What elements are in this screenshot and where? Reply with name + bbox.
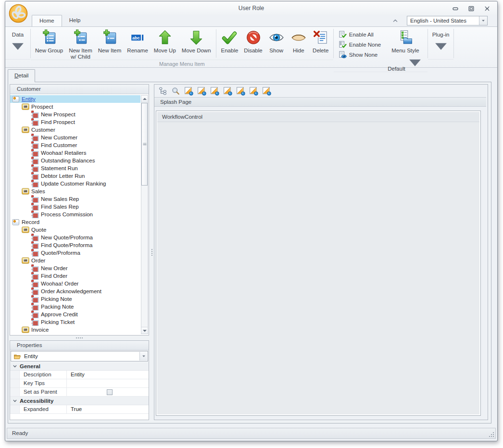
new-group-button[interactable]: New Group <box>32 28 66 60</box>
move-up-button[interactable]: Move Up <box>151 28 179 60</box>
tree-item[interactable]: Process Commission <box>10 211 140 218</box>
tree-item[interactable]: Customer <box>10 126 140 134</box>
tree-item[interactable]: Approve Credit <box>10 311 140 318</box>
tree-item[interactable]: Find Prospect <box>10 118 140 126</box>
tree-item[interactable]: New Order <box>10 264 140 272</box>
tree-item[interactable]: Outstanding Balances <box>10 157 140 164</box>
selector-dropdown-button[interactable] <box>139 352 147 361</box>
language-selector[interactable]: English - United States <box>407 16 488 25</box>
ribbon-group-caption <box>5 59 30 67</box>
page-5-button[interactable] <box>236 86 245 96</box>
tree-item[interactable]: Picking Ticket <box>10 318 140 326</box>
hide-button[interactable]: Hide <box>288 28 310 60</box>
selected-object-label: Entity <box>24 353 38 359</box>
language-dropdown-button[interactable] <box>479 16 487 25</box>
property-row[interactable]: ExpandedTrue <box>10 405 149 414</box>
show-icon <box>268 29 285 46</box>
disable-button[interactable]: Disable <box>241 28 265 60</box>
new-item-w-child-button[interactable]: New Itemw/ Child <box>66 28 95 60</box>
close-button[interactable] <box>482 4 492 12</box>
property-grid: GeneralDescriptionEntityKey TipsSet as P… <box>10 362 149 420</box>
ribbon-collapse-button[interactable] <box>391 17 399 25</box>
tree-item[interactable]: Invoice <box>10 326 140 334</box>
property-value[interactable]: Entity <box>67 371 149 379</box>
tree-item[interactable]: Record <box>10 218 140 226</box>
move-down-button[interactable]: Move Down <box>179 28 214 60</box>
property-category[interactable]: Accessibility <box>10 397 149 405</box>
page-3-button[interactable] <box>210 86 219 96</box>
item-icon <box>31 149 39 157</box>
item-icon <box>31 118 39 126</box>
enable-all-button[interactable]: Enable All <box>336 29 384 39</box>
show-none-button[interactable]: Show None <box>336 50 384 60</box>
tree-item[interactable]: Debtor Letter Run <box>10 172 140 180</box>
tree-item[interactable]: Prospect <box>10 103 140 111</box>
tree-item[interactable]: Quote <box>10 226 140 234</box>
ribbon-tab-home[interactable]: Home <box>32 15 62 26</box>
property-category[interactable]: General <box>10 362 149 371</box>
maximize-button[interactable] <box>466 4 477 12</box>
tree-item[interactable]: Packing Note <box>10 303 140 311</box>
checkbox[interactable] <box>107 389 113 395</box>
enable-none-button[interactable]: Enable None <box>336 39 384 50</box>
menu-style-default-button[interactable]: Menu StyleDefault <box>385 28 426 72</box>
horizontal-splitter[interactable] <box>10 336 149 340</box>
show-button[interactable]: Show <box>265 28 288 60</box>
tree-item[interactable]: Sales <box>10 187 140 195</box>
minimize-button[interactable] <box>450 4 461 12</box>
property-row[interactable]: Key Tips <box>10 379 149 388</box>
page-6-button[interactable] <box>249 86 258 96</box>
property-value[interactable]: True <box>67 405 149 413</box>
tree-item[interactable]: New Sales Rep <box>10 195 140 203</box>
workflow-header: WorkflowControl <box>157 112 479 122</box>
detail-tab-page: Customer EntityProspectNew ProspectFind … <box>8 82 491 423</box>
new-item-child-icon <box>72 29 88 46</box>
rename-button[interactable]: abcRename <box>124 28 151 60</box>
tree-item[interactable]: Entity <box>10 95 140 103</box>
page-7-button[interactable] <box>262 86 271 96</box>
scrollbar-thumb[interactable] <box>141 103 148 186</box>
enable-button[interactable]: Enable <box>218 28 241 60</box>
tree-item[interactable]: New Customer <box>10 134 140 141</box>
new-item-button[interactable]: New Item <box>95 28 125 60</box>
scroll-down-button[interactable] <box>141 327 148 334</box>
tree-item[interactable]: Quote/Proforma <box>10 249 140 257</box>
data-button[interactable]: Data <box>7 28 29 59</box>
tree-item[interactable]: Find Quote/Proforma <box>10 241 140 249</box>
scroll-up-button[interactable] <box>141 96 148 102</box>
delete-button[interactable]: Delete <box>310 28 332 60</box>
tab-detail[interactable]: Detail <box>8 69 35 82</box>
property-row[interactable]: Set as Parent <box>10 388 149 397</box>
item-icon <box>31 141 39 149</box>
tree-scrollbar[interactable] <box>141 95 148 334</box>
page-4-button[interactable] <box>223 86 232 96</box>
tree-item[interactable]: New Quote/Proforma <box>10 234 140 241</box>
tree-item[interactable]: Find Customer <box>10 141 140 149</box>
tree-item[interactable]: New Prospect <box>10 111 140 118</box>
property-row[interactable]: DescriptionEntity <box>10 371 149 379</box>
property-value[interactable] <box>67 379 149 387</box>
splitter-grip-dots <box>151 249 152 256</box>
tree-item[interactable]: Order Acknowledgement <box>10 287 140 295</box>
tree-item[interactable]: Statement Run <box>10 164 140 172</box>
property-object-selector[interactable]: Entity <box>11 351 148 361</box>
status-bar: Ready <box>7 428 496 439</box>
tree-item[interactable]: Order <box>10 257 140 264</box>
ribbon-tab-help[interactable]: Help <box>62 15 88 26</box>
page-1-button[interactable] <box>184 86 193 96</box>
page-2-button[interactable] <box>197 86 206 96</box>
resize-grip[interactable] <box>489 432 495 438</box>
tree-item[interactable]: Update Customer Ranking <box>10 180 140 187</box>
search-icon <box>171 87 180 96</box>
app-logo-icon[interactable] <box>8 3 29 24</box>
search-button[interactable] <box>171 86 180 96</box>
title-bar[interactable]: User Role <box>5 1 497 15</box>
tree-item[interactable]: Woohaa! Retailers <box>10 149 140 157</box>
plug-in-button[interactable]: Plug-in <box>429 28 453 59</box>
tree-item[interactable]: Woohaa! Order <box>10 280 140 287</box>
vertical-splitter[interactable] <box>150 84 154 420</box>
tree-item[interactable]: Find Sales Rep <box>10 203 140 211</box>
tree-item[interactable]: Picking Note <box>10 295 140 303</box>
tree-item[interactable]: Find Order <box>10 272 140 280</box>
hierarchy-button[interactable] <box>158 86 167 96</box>
